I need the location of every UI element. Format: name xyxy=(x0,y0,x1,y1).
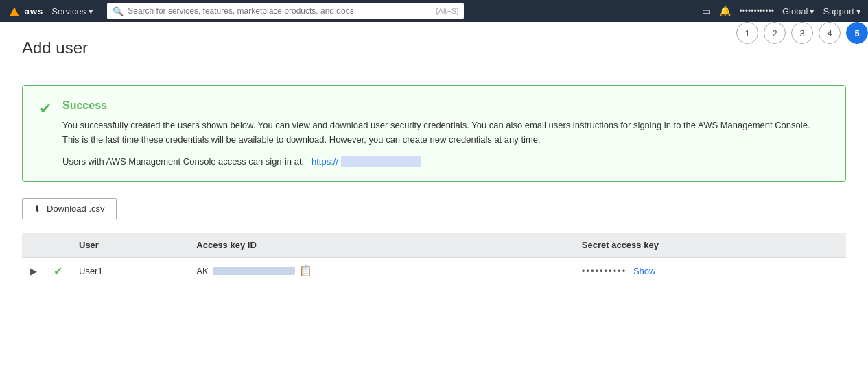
col-check xyxy=(45,233,71,258)
search-shortcut: [Alt+S] xyxy=(436,7,459,15)
key-value-row: AK 📋 xyxy=(196,265,565,277)
table-header-row: User Access key ID Secret access key xyxy=(22,233,846,258)
download-icon: ⬇ xyxy=(34,204,41,214)
key-redacted-bar xyxy=(213,267,295,275)
terminal-icon[interactable]: ▭ xyxy=(702,5,711,16)
row-key-cell: AK 📋 xyxy=(188,257,574,285)
success-signin: Users with AWS Management Console access… xyxy=(62,156,829,167)
support-menu[interactable]: Support ▾ xyxy=(823,6,861,16)
table-body: ▶ ✔ User1 AK 📋 •••••••••• Sh xyxy=(22,257,846,285)
services-menu[interactable]: Services ▾ xyxy=(51,6,93,16)
step-1[interactable]: 1 xyxy=(736,22,758,44)
success-banner: ✔ Success You successfully created the u… xyxy=(22,85,846,182)
search-icon: 🔍 xyxy=(113,6,124,16)
support-arrow-icon: ▾ xyxy=(856,6,861,16)
row-expand-cell[interactable]: ▶ xyxy=(22,257,45,285)
aws-logo[interactable]: ▲ aws xyxy=(7,2,43,20)
row-check-cell: ✔ xyxy=(45,257,71,285)
step-4[interactable]: 4 xyxy=(819,22,841,44)
table-row: ▶ ✔ User1 AK 📋 •••••••••• Sh xyxy=(22,257,846,285)
region-selector[interactable]: Global ▾ xyxy=(782,6,815,16)
success-title: Success xyxy=(62,99,829,112)
step-3[interactable]: 3 xyxy=(791,22,813,44)
navbar-right: ▭ 🔔 •••••••••••• Global ▾ Support ▾ xyxy=(702,5,861,16)
aws-logo-text: aws xyxy=(25,6,44,16)
account-name[interactable]: •••••••••••• xyxy=(739,6,773,16)
bell-icon[interactable]: 🔔 xyxy=(719,5,731,16)
signin-label: Users with AWS Management Console access… xyxy=(62,156,304,167)
signin-url-link[interactable]: https:// xyxy=(312,156,338,167)
region-arrow-icon: ▾ xyxy=(810,6,814,16)
col-expand xyxy=(22,233,45,258)
success-content: Success You successfully created the use… xyxy=(62,99,829,167)
services-label: Services xyxy=(51,6,86,16)
search-input[interactable] xyxy=(128,6,432,16)
row-success-icon: ✔ xyxy=(54,265,62,277)
key-prefix: AK xyxy=(196,266,208,276)
row-user-cell: User1 xyxy=(71,257,188,285)
top-area: Add user 1 2 3 4 5 xyxy=(22,38,846,71)
col-user: User xyxy=(71,233,188,258)
users-table: User Access key ID Secret access key ▶ ✔… xyxy=(22,233,846,285)
success-check-icon: ✔ xyxy=(39,100,51,167)
services-arrow-icon: ▾ xyxy=(89,6,93,16)
support-label: Support xyxy=(823,6,854,16)
search-bar[interactable]: 🔍 [Alt+S] xyxy=(107,3,464,19)
step-2[interactable]: 2 xyxy=(764,22,786,44)
region-label: Global xyxy=(782,6,808,16)
aws-logo-icon: ▲ xyxy=(7,2,22,20)
success-body: You successfully created the users shown… xyxy=(62,119,829,147)
expand-row-icon[interactable]: ▶ xyxy=(30,266,37,276)
show-secret-link[interactable]: Show xyxy=(633,266,656,276)
row-username: User1 xyxy=(79,266,103,276)
col-access-key: Access key ID xyxy=(188,233,574,258)
col-secret: Secret access key xyxy=(574,233,846,258)
copy-key-icon[interactable]: 📋 xyxy=(299,265,312,277)
download-label: Download .csv xyxy=(47,204,105,214)
table-header: User Access key ID Secret access key xyxy=(22,233,846,258)
navbar: ▲ aws Services ▾ 🔍 [Alt+S] ▭ 🔔 •••••••••… xyxy=(0,0,868,22)
step-5[interactable]: 5 xyxy=(846,22,868,44)
main-content: Add user 1 2 3 4 5 ✔ Success You success… xyxy=(0,22,868,375)
page-title: Add user xyxy=(22,38,88,58)
step-indicator: 1 2 3 4 5 xyxy=(736,22,868,44)
download-csv-button[interactable]: ⬇ Download .csv xyxy=(22,198,117,219)
secret-dots: •••••••••• xyxy=(582,266,627,276)
signin-url-bar xyxy=(341,156,421,167)
row-secret-cell: •••••••••• Show xyxy=(574,257,846,285)
